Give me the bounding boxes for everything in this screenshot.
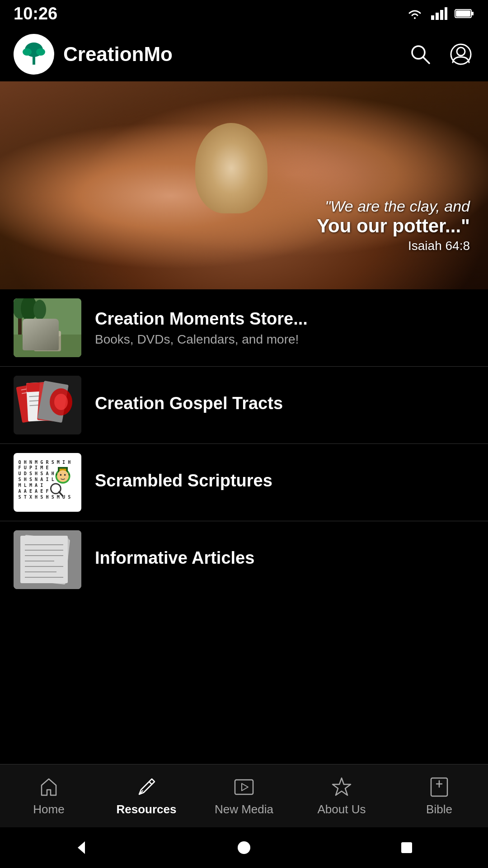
bible-icon bbox=[427, 775, 451, 799]
svg-text:U D S H     S A H: U D S H S A H bbox=[19, 471, 54, 476]
svg-rect-1 bbox=[436, 13, 439, 20]
svg-point-10 bbox=[36, 48, 45, 56]
potter-clay bbox=[195, 123, 267, 213]
svg-rect-59 bbox=[20, 536, 68, 583]
app-title: CreationMo bbox=[63, 43, 398, 66]
articles-thumb-svg bbox=[14, 530, 81, 589]
store-thumbnail bbox=[14, 298, 81, 357]
resources-svg bbox=[136, 776, 157, 798]
store-thumb-svg bbox=[14, 298, 81, 357]
store-subtitle: Books, DVDs, Calendars, and more! bbox=[95, 332, 474, 347]
home-svg bbox=[38, 776, 60, 798]
svg-text:Q H N M G R S M I H: Q H N M G R S M I H bbox=[19, 460, 71, 465]
search-button[interactable] bbox=[407, 41, 434, 68]
app-logo bbox=[14, 34, 54, 75]
articles-title: Informative Articles bbox=[95, 548, 474, 568]
svg-text:S H S     N A I L: S H S N A I L bbox=[19, 477, 54, 482]
media-icon bbox=[232, 775, 256, 799]
home-icon bbox=[37, 775, 61, 799]
recents-button[interactable] bbox=[393, 834, 420, 861]
nav-bible-label: Bible bbox=[426, 802, 452, 816]
svg-point-22 bbox=[33, 300, 46, 320]
svg-line-12 bbox=[423, 57, 429, 63]
nav-about-us[interactable]: About Us bbox=[293, 771, 390, 821]
svg-text:F U P       I M E: F U P I M E bbox=[19, 465, 49, 470]
header-actions bbox=[407, 41, 474, 68]
back-icon bbox=[72, 839, 90, 857]
media-svg bbox=[233, 776, 255, 798]
status-time: 10:26 bbox=[14, 4, 57, 24]
nav-resources-label: Resources bbox=[117, 802, 177, 816]
resource-list: Creation Moments Store... Books, DVDs, C… bbox=[0, 289, 488, 598]
hero-quote: "We are the clay, and You our potter..."… bbox=[317, 198, 470, 253]
svg-rect-16 bbox=[14, 335, 81, 357]
status-bar: 10:26 bbox=[0, 0, 488, 27]
svg-rect-5 bbox=[471, 12, 474, 15]
hero-background bbox=[0, 81, 488, 289]
recents-icon bbox=[398, 839, 416, 857]
svg-rect-0 bbox=[431, 15, 434, 20]
app-header: CreationMo bbox=[0, 27, 488, 81]
signal-icon bbox=[431, 7, 447, 20]
svg-rect-24 bbox=[34, 331, 61, 336]
star-svg bbox=[331, 776, 352, 798]
svg-rect-23 bbox=[34, 331, 61, 351]
svg-point-53 bbox=[64, 474, 66, 476]
hero-banner: "We are the clay, and You our potter..."… bbox=[0, 81, 488, 289]
svg-rect-3 bbox=[445, 7, 447, 20]
star-icon bbox=[330, 775, 353, 799]
list-item-articles[interactable]: Informative Articles bbox=[0, 521, 488, 598]
nav-bible[interactable]: Bible bbox=[390, 771, 488, 821]
quote-reference: Isaiah 64:8 bbox=[317, 239, 470, 253]
logo-svg bbox=[20, 41, 47, 68]
tracts-title: Creation Gospel Tracts bbox=[95, 394, 474, 413]
articles-thumbnail bbox=[14, 530, 81, 589]
nav-about-label: About Us bbox=[318, 802, 366, 816]
home-button[interactable] bbox=[230, 834, 258, 861]
quote-bold: You our potter..." bbox=[317, 215, 470, 237]
tracts-thumb-svg bbox=[14, 376, 81, 434]
tracts-text: Creation Gospel Tracts bbox=[95, 394, 474, 417]
svg-point-75 bbox=[238, 841, 250, 854]
svg-point-9 bbox=[23, 48, 32, 56]
search-icon bbox=[408, 42, 432, 66]
tracts-thumbnail bbox=[14, 376, 81, 434]
svg-rect-6 bbox=[456, 10, 470, 17]
svg-text:A A E     A E F: A A E A E F bbox=[19, 489, 49, 494]
svg-rect-2 bbox=[440, 10, 443, 20]
account-button[interactable] bbox=[447, 41, 474, 68]
nav-home-label: Home bbox=[33, 802, 64, 816]
status-icons bbox=[406, 7, 474, 20]
svg-marker-74 bbox=[78, 841, 85, 854]
account-icon bbox=[449, 42, 473, 66]
svg-point-51 bbox=[57, 470, 69, 482]
nav-resources[interactable]: Resources bbox=[98, 771, 195, 821]
svg-marker-70 bbox=[333, 778, 351, 795]
svg-rect-76 bbox=[401, 842, 412, 853]
list-item-store[interactable]: Creation Moments Store... Books, DVDs, C… bbox=[0, 289, 488, 367]
nav-media-label: New Media bbox=[215, 802, 273, 816]
list-item-scramble[interactable]: Q H N M G R S M I H F U P I M E U D S H … bbox=[0, 444, 488, 521]
store-text: Creation Moments Store... Books, DVDs, C… bbox=[95, 309, 474, 347]
articles-text: Informative Articles bbox=[95, 548, 474, 571]
back-button[interactable] bbox=[68, 834, 95, 861]
nav-new-media[interactable]: New Media bbox=[195, 771, 293, 821]
quote-italic: "We are the clay, and bbox=[317, 198, 470, 215]
nav-home[interactable]: Home bbox=[0, 771, 98, 821]
svg-rect-68 bbox=[235, 780, 253, 794]
resources-icon bbox=[135, 775, 158, 799]
list-item-tracts[interactable]: Creation Gospel Tracts bbox=[0, 367, 488, 444]
scramble-text: Scrambled Scriptures bbox=[95, 471, 474, 494]
svg-point-14 bbox=[457, 47, 465, 56]
bible-svg bbox=[428, 776, 450, 798]
svg-marker-69 bbox=[242, 783, 248, 791]
store-title: Creation Moments Store... bbox=[95, 309, 474, 329]
system-nav bbox=[0, 827, 488, 868]
scramble-title: Scrambled Scriptures bbox=[95, 471, 474, 491]
svg-text:M L       M A I: M L M A I bbox=[19, 483, 43, 488]
svg-point-38 bbox=[54, 394, 68, 410]
svg-point-52 bbox=[60, 474, 62, 476]
sys-home-icon bbox=[235, 839, 253, 857]
bottom-navigation: Home Resources New Media About U bbox=[0, 764, 488, 827]
battery-icon bbox=[455, 8, 474, 19]
